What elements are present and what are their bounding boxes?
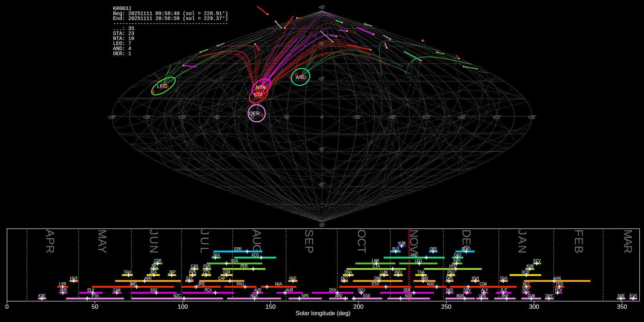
- svg-text:NUE: NUE: [289, 275, 297, 281]
- svg-text:SZC: SZC: [186, 275, 193, 281]
- svg-text:+60°: +60°: [319, 40, 325, 47]
- svg-text:DKD: DKD: [446, 287, 453, 293]
- svg-text:OER: 1: OER: 1: [113, 51, 131, 57]
- svg-text:ARD: ARD: [335, 293, 342, 298]
- svg-text:PAU: PAU: [237, 281, 244, 287]
- svg-text:50: 50: [92, 303, 98, 310]
- svg-text:AND: AND: [296, 75, 306, 80]
- svg-text:ERI: ERI: [234, 246, 241, 252]
- svg-text:-60°: -60°: [319, 181, 325, 187]
- svg-text:KCG: KCG: [252, 252, 259, 258]
- svg-text:OCT: OCT: [341, 275, 348, 281]
- svg-text:GUM: GUM: [528, 293, 535, 298]
- svg-text:MAR: MAR: [621, 229, 634, 253]
- svg-text:+330°: +330°: [353, 114, 361, 120]
- svg-text:GDR: GDR: [223, 269, 230, 275]
- svg-text:EHY: EHY: [454, 258, 461, 263]
- svg-text:ELY: ELY: [87, 287, 94, 293]
- svg-text:OCT: OCT: [355, 229, 368, 253]
- svg-text:SCC: SCC: [522, 287, 530, 293]
- svg-text:SLD: SLD: [392, 246, 399, 252]
- svg-text:JLE: JLE: [500, 287, 507, 293]
- svg-text:AMO: AMO: [421, 275, 428, 281]
- svg-text:NIA: NIA: [275, 281, 283, 287]
- svg-text:LMI: LMI: [372, 258, 379, 263]
- svg-text:200: 200: [353, 303, 364, 310]
- svg-text:XHE: XHE: [618, 293, 625, 298]
- svg-text:ZCS: ZCS: [203, 269, 210, 275]
- svg-text:0: 0: [5, 303, 9, 310]
- svg-text:TAH: TAH: [124, 269, 131, 275]
- svg-text:DSX: DSX: [329, 287, 336, 293]
- svg-text:XVI: XVI: [472, 275, 479, 281]
- svg-text:EVI: EVI: [630, 293, 637, 298]
- svg-text:NCC: NCC: [523, 281, 530, 287]
- svg-text:+90°: +90°: [319, 4, 325, 10]
- svg-text:DRA: DRA: [345, 269, 352, 275]
- svg-text:+150°: +150°: [143, 114, 151, 120]
- svg-text:ALY: ALY: [481, 287, 488, 293]
- svg-text:LYR: LYR: [59, 281, 66, 287]
- svg-text:EGE: EGE: [363, 293, 370, 298]
- svg-text:XCB: XCB: [522, 269, 529, 275]
- svg-text:THA: THA: [418, 269, 425, 275]
- svg-text:STA: STA: [371, 281, 379, 287]
- svg-text:COM: COM: [480, 281, 487, 287]
- svg-text:HYD: HYD: [449, 263, 457, 269]
- svg-text:SEP: SEP: [303, 229, 316, 253]
- svg-text:CTA: CTA: [373, 263, 380, 269]
- svg-text:LUM: LUM: [380, 269, 387, 275]
- svg-text:COR: COR: [154, 258, 161, 263]
- svg-text:DPC: DPC: [446, 275, 453, 281]
- svg-text:ORS: ORS: [430, 246, 437, 252]
- svg-text:APR: APR: [44, 229, 57, 253]
- svg-text:+30°: +30°: [284, 114, 290, 120]
- svg-text:AAN: AAN: [553, 275, 561, 281]
- svg-text:GEM: GEM: [462, 246, 469, 252]
- svg-text:+180°: +180°: [108, 114, 116, 120]
- svg-text:150: 150: [265, 303, 275, 310]
- svg-text:Solar longitude (deg): Solar longitude (deg): [296, 310, 350, 316]
- svg-text:JRC: JRC: [151, 263, 158, 269]
- svg-text:-90°: -90°: [319, 222, 325, 228]
- svg-text:NTA: NTA: [405, 293, 413, 298]
- svg-text:MAY: MAY: [96, 229, 109, 253]
- svg-text:FEB: FEB: [572, 229, 585, 253]
- svg-text:CAP: CAP: [218, 275, 225, 281]
- svg-text:PER: PER: [240, 263, 248, 269]
- svg-text:100: 100: [178, 303, 188, 310]
- svg-text:KUM: KUM: [398, 240, 405, 246]
- svg-text:NDA: NDA: [250, 293, 258, 298]
- svg-text:NOO: NOO: [427, 281, 434, 287]
- svg-text:AUD: AUD: [254, 287, 261, 293]
- svg-text:+180°: +180°: [528, 114, 536, 120]
- svg-text:OCU: OCU: [358, 287, 365, 293]
- svg-text:KSE: KSE: [39, 293, 46, 298]
- svg-text:MON: MON: [457, 293, 464, 298]
- svg-text:QUA: QUA: [500, 275, 508, 281]
- svg-text:CAM: CAM: [113, 287, 121, 293]
- svg-text:PCA: PCA: [205, 287, 212, 293]
- svg-text:ECV: ECV: [533, 258, 541, 263]
- svg-text:HVI: HVI: [70, 275, 77, 281]
- svg-text:OER: OER: [404, 287, 411, 293]
- svg-text:+0°: +0°: [320, 114, 324, 120]
- svg-text:LEO: LEO: [415, 258, 422, 263]
- svg-text:JXA: JXA: [213, 252, 220, 258]
- svg-text:OER: OER: [249, 111, 260, 116]
- svg-text:JIP: JIP: [169, 269, 176, 275]
- svg-text:AUR: AUR: [286, 287, 293, 293]
- svg-text:FEV: FEV: [555, 287, 562, 293]
- svg-text:NZC: NZC: [174, 293, 181, 298]
- svg-text:SSG: SSG: [150, 287, 157, 293]
- svg-text:FTA: FTA: [92, 293, 99, 298]
- svg-text:JMC: JMC: [130, 281, 137, 287]
- svg-text:JAN: JAN: [516, 229, 529, 253]
- svg-text:DSV: DSV: [463, 287, 470, 293]
- svg-text:SPE: SPE: [302, 293, 309, 298]
- svg-text:JUN: JUN: [147, 229, 160, 253]
- svg-text:DAD: DAD: [454, 252, 461, 258]
- svg-text:-30°: -30°: [319, 146, 325, 152]
- svg-text:JEA: JEA: [150, 269, 157, 275]
- svg-text:SDA: SDA: [231, 258, 239, 263]
